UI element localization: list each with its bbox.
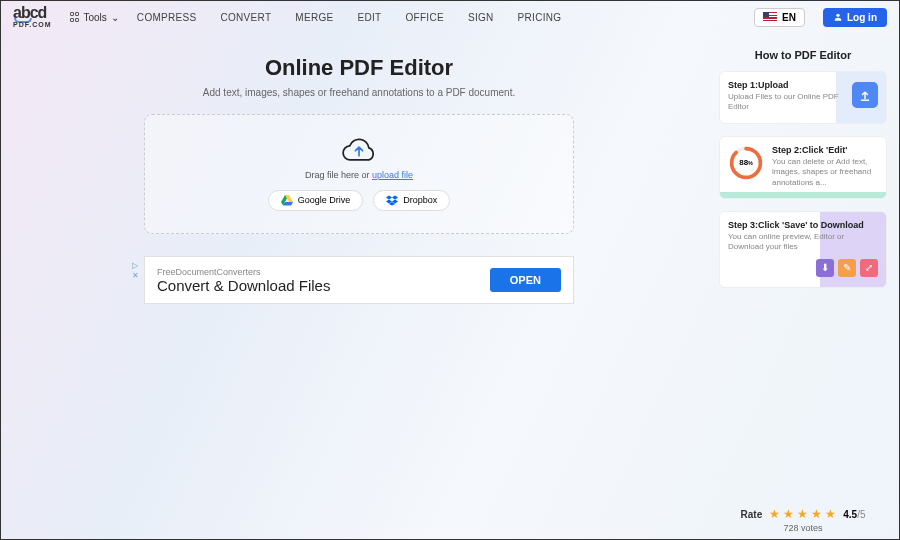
step-1-desc: Upload Files to our Online PDF Editor	[728, 92, 846, 113]
step-2-label: Step 2:Click 'Edit'	[772, 145, 878, 155]
ad-banner[interactable]: ▷✕ FreeDocumentConverters Convert & Down…	[144, 256, 574, 304]
nav-merge[interactable]: MERGE	[295, 12, 333, 23]
us-flag-icon	[763, 12, 777, 22]
nav-sign[interactable]: SIGN	[468, 12, 494, 23]
rating-block: Rate ★ ★ ★ ★ ★ 4.5/5 728 votes	[719, 507, 887, 533]
nav-office[interactable]: OFFICE	[405, 12, 443, 23]
sidebar: How to PDF Editor Step 1:Upload Upload F…	[719, 41, 887, 539]
step-1-label: Step 1:Upload	[728, 80, 846, 90]
nav-pricing[interactable]: PRICING	[518, 12, 562, 23]
step-1-card: Step 1:Upload Upload Files to our Online…	[719, 71, 887, 124]
sidebar-title: How to PDF Editor	[719, 49, 887, 61]
upload-icon	[852, 82, 878, 108]
dropbox-button[interactable]: Dropbox	[373, 190, 450, 211]
ad-open-button[interactable]: OPEN	[490, 268, 561, 292]
star-icon[interactable]: ★	[811, 507, 822, 521]
google-drive-icon	[281, 195, 293, 206]
grid-icon	[70, 12, 80, 22]
nav-convert[interactable]: CONVERT	[221, 12, 272, 23]
step-2-desc: You can delete or Add text, images, shap…	[772, 157, 878, 188]
top-bar: abcd PDF.COM Tools ⌄ COMPRESS CONVERT ME…	[1, 1, 899, 33]
page-subtitle: Add text, images, shapes or freehand ann…	[203, 87, 515, 98]
step-3-label: Step 3:Click 'Save' to Download	[728, 220, 878, 230]
download-mini-icon: ⬇	[816, 259, 834, 277]
progress-gauge: 88%	[728, 145, 764, 181]
file-dropzone[interactable]: Drag file here or upload file Google Dri…	[144, 114, 574, 234]
step-3-desc: You can online preview, Editor or Downlo…	[728, 232, 878, 253]
main-nav: COMPRESS CONVERT MERGE EDIT OFFICE SIGN …	[137, 12, 562, 23]
expand-mini-icon: ⤢	[860, 259, 878, 277]
svg-point-0	[836, 14, 839, 17]
nav-compress[interactable]: COMPRESS	[137, 12, 197, 23]
step-2-card: 88% Step 2:Click 'Edit' You can delete o…	[719, 136, 887, 199]
chevron-down-icon: ⌄	[111, 12, 119, 23]
dropbox-icon	[386, 195, 398, 206]
star-icon[interactable]: ★	[769, 507, 780, 521]
ad-headline: Convert & Download Files	[157, 277, 490, 294]
google-drive-button[interactable]: Google Drive	[268, 190, 364, 211]
ad-brand: FreeDocumentConverters	[157, 267, 490, 277]
logo[interactable]: abcd PDF.COM	[13, 6, 52, 28]
page-title: Online PDF Editor	[265, 55, 453, 81]
language-selector[interactable]: EN	[754, 8, 805, 27]
login-button[interactable]: Log in	[823, 8, 887, 27]
user-icon	[833, 12, 843, 22]
upload-file-link[interactable]: upload file	[372, 170, 413, 180]
tools-menu[interactable]: Tools ⌄	[70, 12, 119, 23]
cloud-upload-icon	[342, 138, 376, 162]
star-icon[interactable]: ★	[783, 507, 794, 521]
drag-hint: Drag file here or upload file	[305, 170, 413, 180]
main-panel: Online PDF Editor Add text, images, shap…	[13, 41, 705, 539]
ad-markers: ▷✕	[132, 261, 139, 280]
nav-edit[interactable]: EDIT	[357, 12, 381, 23]
star-icon[interactable]: ★	[825, 507, 836, 521]
edit-mini-icon: ✎	[838, 259, 856, 277]
star-icon[interactable]: ★	[797, 507, 808, 521]
step-3-card: Step 3:Click 'Save' to Download You can …	[719, 211, 887, 288]
